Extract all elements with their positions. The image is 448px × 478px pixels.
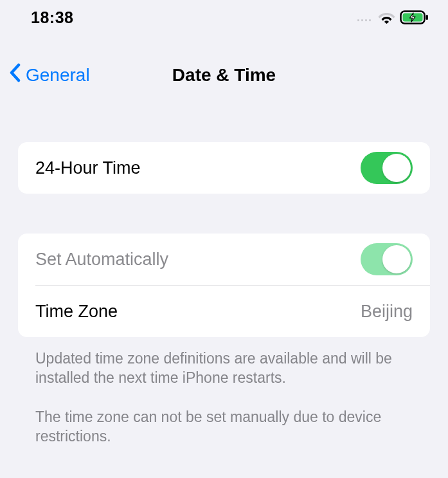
back-label: General xyxy=(26,65,90,86)
section-timezone: Set Automatically Time Zone Beijing xyxy=(18,234,430,337)
toggle-set-automatically xyxy=(361,243,413,275)
back-button[interactable]: General xyxy=(9,63,90,87)
battery-charging-icon xyxy=(400,10,429,24)
section-time-format: 24-Hour Time xyxy=(18,142,430,194)
footer-line-2: The time zone can not be set manually du… xyxy=(35,407,413,446)
wifi-icon xyxy=(378,11,395,24)
row-24-hour-label: 24-Hour Time xyxy=(35,158,141,178)
toggle-24-hour[interactable] xyxy=(361,152,413,184)
row-timezone-value: Beijing xyxy=(361,302,413,322)
cellular-dots-icon: .... xyxy=(357,11,372,24)
status-icons: .... xyxy=(357,10,429,24)
chevron-left-icon xyxy=(9,63,22,87)
footer-line-1: Updated time zone definitions are availa… xyxy=(35,349,413,388)
row-timezone-label: Time Zone xyxy=(35,302,118,322)
row-set-auto-label: Set Automatically xyxy=(35,250,168,270)
row-24-hour: 24-Hour Time xyxy=(18,142,430,194)
toggle-knob xyxy=(382,245,411,273)
footer-text: Updated time zone definitions are availa… xyxy=(18,349,430,446)
toggle-knob xyxy=(382,154,411,182)
nav-bar: General Date & Time xyxy=(0,54,448,96)
page-title: Date & Time xyxy=(172,65,276,86)
row-timezone[interactable]: Time Zone Beijing xyxy=(18,286,430,337)
status-time: 18:38 xyxy=(31,8,73,27)
status-bar: 18:38 .... xyxy=(0,0,448,35)
svg-rect-2 xyxy=(426,15,429,20)
row-set-automatically: Set Automatically xyxy=(18,234,430,285)
